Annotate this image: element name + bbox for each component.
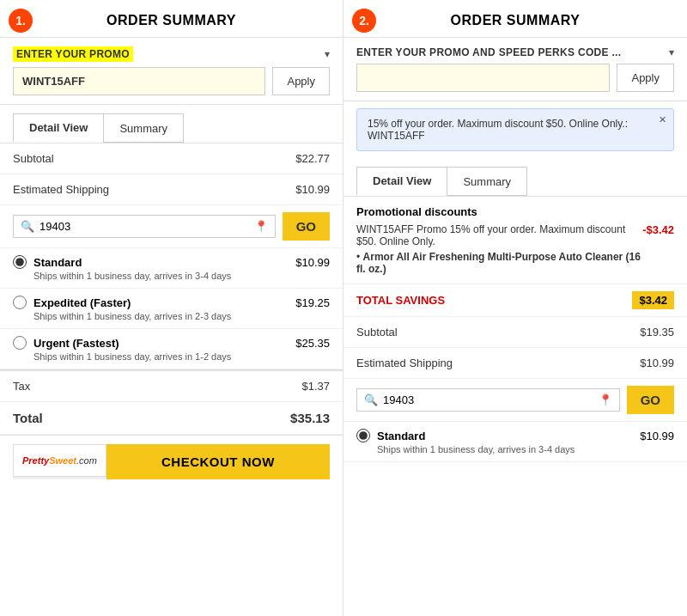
promo-label-text-1: ENTER YOUR PROMO — [13, 46, 133, 62]
panel-2-title: ORDER SUMMARY — [344, 0, 687, 38]
zip-input-1[interactable] — [40, 220, 249, 233]
shipping-expedited-1: Expedited (Faster) $19.25 Ships within 1… — [0, 289, 343, 329]
zip-pin-icon-2: 📍 — [599, 393, 612, 406]
step-badge-2: 2. — [352, 9, 376, 33]
promo-input-row-1: Apply — [13, 67, 330, 95]
zip-row-2: 🔍 📍 GO — [344, 379, 687, 422]
total-value-1: $35.13 — [290, 411, 330, 425]
tab-detail-1[interactable]: Detail View — [13, 113, 103, 143]
shipping-standard-price-2: $10.99 — [640, 430, 674, 442]
promo-label-text-2: ENTER YOUR PROMO AND SPEED PERKS CODE ..… — [356, 46, 621, 58]
order-body-1: Subtotal $22.77 Estimated Shipping $10.9… — [0, 143, 343, 435]
total-savings-row: TOTAL SAVINGS $3.42 — [344, 284, 687, 317]
zip-input-wrap-2: 🔍 📍 — [356, 388, 620, 412]
est-shipping-value-1: $10.99 — [295, 183, 330, 196]
brand-sweet: Sweet — [49, 455, 76, 466]
promo-section-1: ENTER YOUR PROMO ▾ Apply — [0, 38, 343, 105]
panel-1: 1. ORDER SUMMARY ENTER YOUR PROMO ▾ Appl… — [0, 0, 344, 616]
tax-value-1: $1.37 — [301, 380, 330, 393]
brand-pretty: Pretty — [22, 455, 49, 466]
shipping-urgent-1: Urgent (Fastest) $25.35 Ships within 1 b… — [0, 329, 343, 369]
shipping-label-row-1: Estimated Shipping $10.99 — [0, 174, 343, 205]
promo-discount-section: Promotional discounts WINT15AFF Promo 15… — [344, 197, 687, 284]
promo-input-row-2: Apply — [356, 64, 674, 92]
shipping-expedited-price-1: $19.25 — [295, 296, 330, 309]
zip-search-icon-1: 🔍 — [21, 220, 34, 233]
zip-row-1: 🔍 📍 GO — [0, 205, 343, 248]
shipping-radio-expedited-1[interactable] — [13, 296, 27, 309]
est-shipping-value-2: $10.99 — [640, 357, 674, 369]
checkout-brand-1: PrettySweet.com — [13, 444, 106, 477]
apply-button-1[interactable]: Apply — [272, 67, 330, 95]
subtotal-row-2: Subtotal $19.35 — [344, 317, 687, 348]
zip-go-button-2[interactable]: GO — [627, 386, 674, 414]
zip-pin-icon-1: 📍 — [254, 220, 268, 233]
checkout-main-label-1: CHECKOUT NOW — [106, 444, 330, 479]
shipping-urgent-desc-1: Ships within 1 business day, arrives in … — [33, 351, 330, 362]
checkout-button-1[interactable]: PrettySweet.com CHECKOUT NOW — [13, 444, 330, 479]
tab-summary-1[interactable]: Summary — [103, 113, 184, 143]
shipping-standard-1: Standard $10.99 Ships within 1 business … — [0, 248, 343, 289]
shipping-standard-name-1: Standard — [33, 256, 82, 269]
subtotal-label-2: Subtotal — [356, 326, 398, 338]
info-box-text-2: 15% off your order. Maximum discount $50… — [368, 118, 628, 142]
promo-input-1[interactable] — [13, 67, 265, 95]
zip-go-button-1[interactable]: GO — [283, 212, 330, 241]
promo-label-row-2[interactable]: ENTER YOUR PROMO AND SPEED PERKS CODE ..… — [356, 46, 674, 58]
subtotal-value-2: $19.35 — [640, 326, 674, 338]
tab-summary-2[interactable]: Summary — [447, 167, 527, 196]
shipping-expedited-desc-1: Ships within 1 business day, arrives in … — [33, 311, 330, 321]
zip-input-2[interactable] — [383, 393, 593, 406]
total-savings-value: $3.42 — [632, 291, 674, 309]
subtotal-value-1: $22.77 — [295, 152, 330, 165]
shipping-urgent-price-1: $25.35 — [295, 337, 330, 350]
total-savings-label: TOTAL SAVINGS — [356, 294, 445, 307]
promo-chevron-2: ▾ — [669, 46, 674, 58]
apply-button-2[interactable]: Apply — [617, 64, 674, 92]
est-shipping-label-1: Estimated Shipping — [13, 183, 109, 196]
zip-search-icon-2: 🔍 — [364, 393, 378, 406]
discount-item: Armor All Air Freshening Multi-Purpose A… — [356, 251, 642, 275]
est-shipping-label-2: Estimated Shipping — [356, 357, 453, 369]
shipping-radio-urgent-1[interactable] — [13, 336, 27, 350]
panel-2: 2. ORDER SUMMARY ENTER YOUR PROMO AND SP… — [344, 0, 687, 616]
shipping-standard-desc-1: Ships within 1 business day, arrives in … — [33, 271, 330, 281]
zip-input-wrap-1: 🔍 📍 — [13, 215, 276, 238]
promo-discount-title: Promotional discounts — [356, 205, 674, 218]
promo-chevron-1: ▾ — [325, 48, 330, 60]
shipping-standard-price-1: $10.99 — [295, 256, 330, 269]
shipping-standard-name-2: Standard — [377, 430, 425, 442]
discount-desc: WINT15AFF Promo 15% off your order. Maxi… — [356, 223, 642, 275]
shipping-radio-standard-2[interactable] — [356, 429, 370, 442]
info-box-close-2[interactable]: ✕ — [659, 114, 666, 125]
tax-row-1: Tax $1.37 — [0, 369, 343, 402]
shipping-urgent-name-1: Urgent (Fastest) — [33, 337, 119, 350]
total-label-1: Total — [13, 411, 43, 425]
promo-label-row-1[interactable]: ENTER YOUR PROMO ▾ — [13, 46, 330, 62]
shipping-standard-2: Standard $10.99 Ships within 1 business … — [344, 422, 687, 462]
tabs-1: Detail View Summary — [0, 105, 343, 143]
checkout-btn-wrap-1: PrettySweet.com CHECKOUT NOW — [0, 435, 343, 488]
tax-label-1: Tax — [13, 380, 30, 393]
shipping-label-row-2: Estimated Shipping $10.99 — [344, 348, 687, 379]
tab-detail-2[interactable]: Detail View — [356, 167, 447, 196]
shipping-radio-standard-1[interactable] — [13, 255, 27, 269]
step-badge-1: 1. — [9, 9, 33, 33]
panel-1-title: ORDER SUMMARY — [0, 0, 343, 38]
info-box-2: 15% off your order. Maximum discount $50… — [356, 108, 674, 151]
total-row-1: Total $35.13 — [0, 402, 343, 435]
discount-amount: -$3.42 — [642, 223, 674, 236]
shipping-expedited-name-1: Expedited (Faster) — [33, 296, 131, 309]
shipping-standard-desc-2: Ships within 1 business day, arrives in … — [377, 444, 674, 454]
subtotal-label-1: Subtotal — [13, 152, 54, 165]
promo-section-2: ENTER YOUR PROMO AND SPEED PERKS CODE ..… — [344, 38, 687, 101]
promo-input-2[interactable] — [356, 64, 610, 92]
subtotal-row-1: Subtotal $22.77 — [0, 143, 343, 174]
tabs-2: Detail View Summary — [344, 158, 687, 197]
brand-com: .com — [76, 455, 97, 466]
